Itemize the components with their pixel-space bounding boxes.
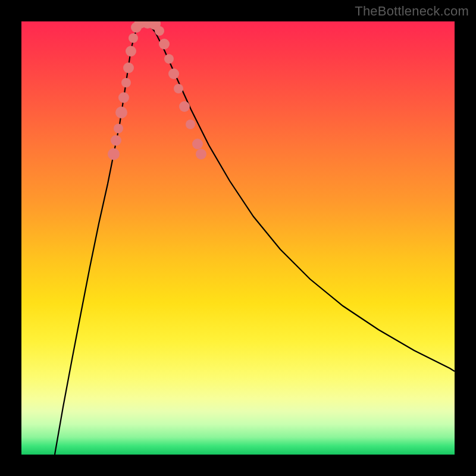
highlight-dot bbox=[115, 107, 127, 118]
highlight-dot bbox=[164, 54, 174, 64]
highlight-dot bbox=[168, 68, 179, 79]
watermark-text: TheBottleneck.com bbox=[355, 4, 469, 19]
highlight-dot bbox=[196, 149, 206, 159]
plot-area bbox=[21, 21, 455, 455]
highlight-dot bbox=[179, 101, 190, 112]
highlight-dot bbox=[114, 124, 123, 133]
highlight-dot bbox=[126, 46, 136, 57]
highlight-dot bbox=[174, 84, 183, 93]
highlight-dot bbox=[121, 78, 131, 87]
highlight-dot bbox=[159, 39, 170, 49]
highlight-dot bbox=[108, 148, 120, 160]
curve-layer bbox=[21, 21, 455, 455]
highlight-dot bbox=[111, 135, 121, 146]
highlight-dot bbox=[129, 33, 138, 43]
highlight-dot bbox=[155, 26, 164, 36]
highlight-dot bbox=[192, 139, 203, 149]
chart-frame: TheBottleneck.com bbox=[0, 0, 476, 476]
bottleneck-curve bbox=[55, 22, 455, 455]
highlight-dots bbox=[108, 21, 206, 160]
highlight-dot bbox=[186, 120, 195, 129]
highlight-dot bbox=[118, 92, 129, 103]
highlight-dot bbox=[123, 62, 134, 73]
